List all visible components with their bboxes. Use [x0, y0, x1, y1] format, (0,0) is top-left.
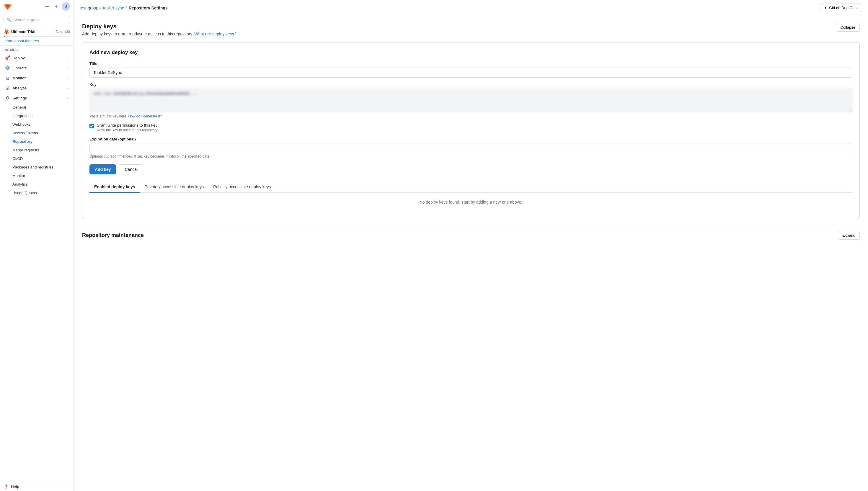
sidebar-item-repository[interactable]: Repository: [1, 138, 72, 145]
sidebar-item-usage-quotas[interactable]: Usage Quotas: [1, 189, 72, 197]
deploy-icon: 🚀: [5, 55, 10, 60]
sidebar-item-operate[interactable]: ⚙️ Operate ›: [1, 63, 72, 73]
deploy-keys-title: Deploy keys: [82, 23, 236, 30]
write-permission-row: Grant write permissions to this key Allo…: [89, 123, 852, 132]
key-hint-link[interactable]: How do I generate it?: [128, 114, 162, 118]
deploy-keys-header: Deploy keys Add deploy keys to grant rea…: [82, 23, 860, 36]
cancel-button[interactable]: Cancel: [119, 164, 143, 174]
sidebar-sub-label-ci-cd: CI/CD: [12, 156, 23, 161]
key-label: Key: [89, 82, 852, 87]
write-permission-text: Grant write permissions to this key Allo…: [96, 123, 158, 132]
tab-public-label: Publicly accessible deploy keys: [213, 184, 271, 189]
duo-btn-label: GitLab Duo Chat: [829, 6, 858, 10]
sidebar-item-analyze[interactable]: 📊 Analyze ›: [1, 83, 72, 93]
sidebar-item-ci-cd[interactable]: CI/CD: [1, 154, 72, 163]
sidebar-sub-label-webhooks: Webhooks: [12, 122, 30, 126]
deploy-keys-desc: Add deploy keys to grant read/write acce…: [82, 32, 236, 36]
search-bar[interactable]: 🔍 Search or go to...: [4, 16, 70, 24]
deploy-keys-desc-text: Add deploy keys to grant read/write acce…: [82, 32, 193, 36]
sidebar-item-monitor-sub[interactable]: Monitor: [1, 172, 72, 180]
operate-icon: ⚙️: [5, 65, 10, 70]
breadcrumb-repo[interactable]: tooljet-sync: [103, 6, 124, 10]
sidebar-item-webhooks[interactable]: Webhooks: [1, 120, 72, 128]
add-deploy-key-card: Add new deploy key Title Key ssh-rsa AAA…: [82, 42, 860, 219]
deploy-keys-what-link[interactable]: What are deploy keys?: [194, 32, 236, 36]
sidebar-item-monitor[interactable]: 🖥 Monitor ›: [1, 73, 72, 83]
deploy-keys-header-text: Deploy keys Add deploy keys to grant rea…: [82, 23, 236, 36]
tab-content-empty: No deploy keys found, start by adding a …: [89, 193, 852, 211]
help-icon: ❓: [4, 484, 8, 489]
form-actions: Add key Cancel: [89, 164, 852, 174]
breadcrumb-group[interactable]: test-group: [80, 6, 98, 10]
sidebar-sub-label-access-tokens: Access Tokens: [12, 131, 38, 135]
sidebar-sub-label-repository: Repository: [12, 139, 32, 144]
sidebar-item-label-analyze: Analyze: [12, 86, 27, 90]
sidebar-item-access-tokens[interactable]: Access Tokens: [1, 129, 72, 137]
chevron-right-icon: ›: [67, 56, 69, 60]
sidebar-sub-label-monitor-sub: Monitor: [12, 173, 25, 178]
write-permission-group: Grant write permissions to this key Allo…: [89, 123, 852, 132]
sidebar-item-general[interactable]: General: [1, 103, 72, 111]
sidebar-panel-toggle[interactable]: ☰: [43, 2, 51, 11]
sidebar-header-icons: ☰ ＋ U: [43, 2, 70, 11]
sidebar-item-merge-requests[interactable]: Merge requests: [1, 146, 72, 154]
sidebar-header: ☰ ＋ U: [0, 0, 74, 13]
new-item-button[interactable]: ＋: [52, 2, 60, 11]
tab-enabled-deploy-keys[interactable]: Enabled deploy keys: [89, 181, 140, 193]
sidebar-item-integrations[interactable]: Integrations: [1, 112, 72, 120]
tab-private-deploy-keys[interactable]: Privately accessible deploy keys: [140, 181, 209, 193]
sidebar-sub-label-analytics: Analytics: [12, 182, 28, 186]
sidebar-sub-label-packages: Packages and registries: [12, 165, 53, 169]
title-input[interactable]: [89, 67, 852, 78]
expiration-input[interactable]: [89, 143, 852, 153]
sidebar-item-deploy[interactable]: 🚀 Deploy ›: [1, 53, 72, 63]
add-key-button[interactable]: Add key: [89, 164, 116, 174]
sidebar-sub-label-general: General: [12, 105, 26, 110]
help-item[interactable]: ❓ Help: [0, 482, 74, 491]
maintenance-title: Repository maintenance: [82, 232, 144, 238]
key-textarea[interactable]: ssh-rsa AAAAB3NzaC1yc2EAAAADAQABAAABAQC.…: [89, 88, 852, 112]
breadcrumb-sep-1: /: [100, 6, 101, 10]
project-section-label: Project: [0, 46, 74, 53]
write-permission-sub: Allow this key to push to this repositor…: [96, 128, 158, 132]
monitor-icon: 🖥: [5, 75, 10, 81]
sidebar-item-label-operate: Operate: [12, 66, 27, 70]
tab-public-deploy-keys[interactable]: Publicly accessible deploy keys: [208, 181, 276, 193]
tab-private-label: Privately accessible deploy keys: [145, 184, 204, 189]
help-label: Help: [11, 485, 19, 489]
trial-row: 🦊 Ultimate Trial Day 1/30: [4, 29, 70, 34]
learn-features-link[interactable]: Learn about features: [4, 39, 39, 43]
search-placeholder: Search or go to...: [13, 18, 43, 22]
title-label: Title: [89, 61, 852, 66]
chevron-right-icon-operate: ›: [67, 66, 69, 69]
trial-day: Day 1/30: [56, 30, 70, 34]
expiration-label: Expiration date (optional): [89, 137, 852, 141]
sidebar-item-analytics[interactable]: Analytics: [1, 180, 72, 188]
avatar[interactable]: U: [62, 2, 70, 11]
sidebar: ☰ ＋ U 🔍 Search or go to... 🦊 Ultimate Tr…: [0, 0, 74, 491]
write-permission-checkbox[interactable]: [89, 124, 94, 128]
expand-button[interactable]: Expand: [838, 231, 860, 239]
repository-maintenance-section: Repository maintenance Expand: [82, 226, 860, 244]
search-icon: 🔍: [7, 18, 11, 22]
breadcrumb-sep-2: /: [126, 6, 127, 10]
sidebar-item-packages[interactable]: Packages and registries: [1, 163, 72, 171]
topbar: test-group / tooljet-sync / Repository S…: [74, 0, 868, 16]
breadcrumb-current: Repository Settings: [129, 6, 168, 10]
chevron-right-icon-analyze: ›: [67, 86, 69, 90]
duo-chat-button[interactable]: ✦ GitLab Duo Chat: [819, 3, 862, 12]
form-title: Add new deploy key: [89, 50, 852, 55]
sidebar-item-settings[interactable]: ⚙ Settings ∨: [1, 93, 72, 103]
deploy-keys-tabs: Enabled deploy keys Privately accessible…: [89, 181, 852, 193]
title-field-group: Title: [89, 61, 852, 78]
sidebar-sub-label-integrations: Integrations: [12, 114, 32, 118]
key-hint: Paste a public key here. How do I genera…: [89, 114, 852, 118]
key-hint-text: Paste a public key here.: [89, 114, 127, 118]
trial-progress-bar-fill: [4, 36, 6, 36]
gitlab-logo-icon: [4, 2, 12, 11]
empty-message: No deploy keys found, start by adding a …: [420, 200, 523, 204]
collapse-button[interactable]: Collapse: [836, 23, 860, 32]
write-permission-label: Grant write permissions to this key: [96, 123, 158, 127]
trial-flame-icon: 🦊: [4, 29, 9, 34]
trial-label: Ultimate Trial: [11, 30, 35, 34]
